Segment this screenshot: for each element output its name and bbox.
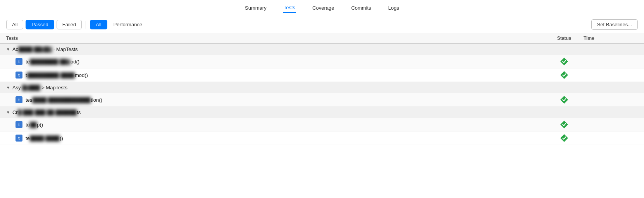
test-group-2: ▼ Cr█ ███ ███ ██ ██████ts t tu██p() t bbox=[0, 107, 644, 145]
group-name-suffix-2: ts bbox=[77, 109, 81, 115]
test-row-1-0[interactable]: t tes████ ████████████tion() bbox=[0, 93, 644, 107]
passed-filter-button[interactable]: Passed bbox=[26, 20, 54, 29]
test-name-suffix: mod() bbox=[75, 72, 88, 78]
group-name-blurred-0: ████ ██▓█▓ bbox=[18, 46, 52, 52]
pass-icon-0-1 bbox=[560, 71, 568, 79]
test-name-prefix: te bbox=[26, 135, 30, 141]
test-icon-1-0: t bbox=[15, 96, 22, 103]
test-group-0: ▼ Ac████ ██▓█▓ · MapTests t te████████ █… bbox=[0, 44, 644, 82]
filter-separator bbox=[86, 21, 86, 29]
nav-coverage[interactable]: Coverage bbox=[312, 3, 335, 12]
group-name-prefix-2: Cr bbox=[12, 109, 18, 115]
all-filter-button[interactable]: All bbox=[6, 20, 23, 29]
group-name-2: Cr█ ███ ███ ██ ██████ts bbox=[12, 109, 81, 115]
test-row-2-1[interactable]: t te████ ████() bbox=[0, 131, 644, 145]
top-nav: Summary Tests Coverage Commits Logs bbox=[0, 0, 644, 16]
test-name-prefix: tes bbox=[26, 97, 32, 103]
test-name-suffix: p() bbox=[37, 122, 43, 128]
test-name-0-1: t█████████ ████mod() bbox=[26, 72, 545, 78]
pass-icon-2-1 bbox=[560, 134, 568, 142]
nav-tests[interactable]: Tests bbox=[283, 3, 296, 13]
test-name-blurred: ████ ████████████ bbox=[32, 97, 91, 103]
group-header-1[interactable]: ▼ Asy █▓███ > MapTests bbox=[0, 82, 644, 93]
group-name-suffix-0: · MapTests bbox=[52, 46, 77, 52]
group-name-blurred-1: █▓███ bbox=[21, 85, 40, 90]
test-name-prefix: te bbox=[26, 59, 30, 65]
status-cell-0-0 bbox=[545, 57, 584, 66]
group-arrow-1: ▼ bbox=[6, 85, 10, 90]
status-cell-0-1 bbox=[545, 71, 584, 79]
test-name-suffix: tion() bbox=[91, 97, 102, 103]
test-name-suffix: () bbox=[60, 135, 63, 141]
filter-bar: All Passed Failed All Performance Set Ba… bbox=[0, 16, 644, 33]
test-group-1: ▼ Asy █▓███ > MapTests t tes████ ███████… bbox=[0, 82, 644, 107]
group-header-2[interactable]: ▼ Cr█ ███ ███ ██ ██████ts bbox=[0, 107, 644, 118]
col-status-header: Status bbox=[545, 36, 584, 41]
nav-commits[interactable]: Commits bbox=[350, 3, 372, 12]
test-name-blurred: ██ bbox=[30, 122, 37, 128]
test-icon-2-0: t bbox=[15, 121, 22, 128]
test-name-2-1: te████ ████() bbox=[26, 135, 545, 141]
test-row-0-0[interactable]: t te████████ ██▓od() bbox=[0, 55, 644, 68]
group-arrow-2: ▼ bbox=[6, 110, 10, 114]
test-name-0-0: te████████ ██▓od() bbox=[26, 59, 545, 65]
status-cell-1-0 bbox=[545, 96, 584, 104]
test-row-0-1[interactable]: t t█████████ ████mod() bbox=[0, 68, 644, 82]
failed-filter-button[interactable]: Failed bbox=[57, 20, 82, 29]
svg-marker-0 bbox=[560, 58, 568, 65]
set-baselines-button[interactable]: Set Baselines... bbox=[591, 19, 638, 30]
test-name-blurred: ████████ ██▓ bbox=[30, 59, 71, 65]
group-name-blurred-2: █ ███ ███ ██ ██████ bbox=[18, 109, 77, 115]
all2-filter-button[interactable]: All bbox=[90, 20, 107, 29]
group-name-suffix-1: > MapTests bbox=[40, 85, 67, 90]
group-arrow-0: ▼ bbox=[6, 47, 10, 51]
pass-icon-2-0 bbox=[560, 120, 568, 129]
test-name-2-0: tu██p() bbox=[26, 122, 545, 128]
group-header-0[interactable]: ▼ Ac████ ██▓█▓ · MapTests bbox=[0, 44, 644, 55]
group-name-0: Ac████ ██▓█▓ · MapTests bbox=[12, 46, 78, 52]
group-name-prefix-0: Ac bbox=[12, 46, 18, 52]
svg-marker-3 bbox=[560, 121, 568, 128]
test-icon-0-1: t bbox=[15, 72, 22, 79]
pass-icon-1-0 bbox=[560, 96, 568, 104]
nav-summary[interactable]: Summary bbox=[244, 3, 267, 12]
test-groups: ▼ Ac████ ██▓█▓ · MapTests t te████████ █… bbox=[0, 44, 644, 145]
col-time-header: Time bbox=[584, 36, 615, 41]
performance-label: Performance bbox=[110, 20, 146, 29]
test-row-2-0[interactable]: t tu██p() bbox=[0, 118, 644, 131]
test-icon-0-0: t bbox=[15, 58, 22, 65]
group-name-1: Asy █▓███ > MapTests bbox=[12, 85, 67, 90]
test-name-blurred: ████ ████ bbox=[30, 135, 60, 141]
test-name-prefix: tu bbox=[26, 122, 30, 128]
test-name-1-0: tes████ ████████████tion() bbox=[26, 97, 545, 103]
test-icon-2-1: t bbox=[15, 135, 22, 142]
status-cell-2-0 bbox=[545, 120, 584, 129]
group-name-prefix-1: Asy bbox=[12, 85, 21, 90]
pass-icon-0-0 bbox=[560, 57, 568, 66]
test-name-blurred: █████████ ████ bbox=[27, 72, 75, 78]
svg-marker-2 bbox=[560, 96, 568, 104]
svg-marker-1 bbox=[560, 71, 568, 79]
svg-marker-4 bbox=[560, 134, 568, 142]
table-header: Tests Status Time bbox=[0, 33, 644, 44]
col-tests-header: Tests bbox=[6, 36, 545, 41]
status-cell-2-1 bbox=[545, 134, 584, 142]
nav-logs[interactable]: Logs bbox=[387, 3, 400, 12]
test-name-suffix: od() bbox=[71, 59, 79, 65]
